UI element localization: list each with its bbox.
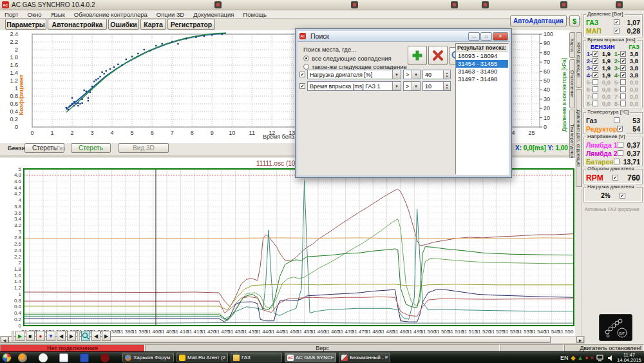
search-result-item[interactable]: 31454 - 31455 [456, 60, 508, 68]
fuel-switch-widget[interactable]: Б/Г [599, 314, 632, 341]
maximize-button[interactable]: □ [480, 32, 492, 41]
task-button-paint[interactable]: Безымянный - Р... [339, 353, 390, 362]
menu-item-4[interactable]: Обновление контроллера [70, 11, 152, 18]
volume-icon[interactable] [607, 355, 614, 362]
network-icon[interactable] [596, 355, 605, 362]
injector-gas-checkbox-1[interactable]: ✔ [620, 51, 626, 57]
chevron-down-icon[interactable]: ▼ [412, 82, 420, 90]
tray-icon-yellow[interactable]: ◆ [571, 355, 575, 361]
tray-icon-darkred[interactable]: × [591, 355, 594, 361]
autoadaptation-button[interactable]: АвтоАдаптация [510, 15, 567, 26]
injector-benzin-checkbox-6[interactable] [592, 86, 598, 92]
record-button[interactable]: ● [36, 331, 45, 341]
injector-gas-checkbox-2[interactable]: ✔ [620, 58, 626, 64]
pdvd-icon[interactable] [100, 353, 109, 362]
floppy-icon[interactable] [80, 353, 89, 362]
close-button[interactable]: × [493, 32, 508, 41]
voltage-checkbox-1[interactable] [618, 142, 623, 148]
injector-gas-checkbox-8[interactable] [620, 101, 626, 106]
condition-checkbox-2[interactable]: ✔ [299, 83, 305, 89]
scrollbar-track[interactable] [551, 337, 576, 343]
injector-benzin-checkbox-1[interactable]: ✔ [592, 51, 598, 57]
injector-benzin-checkbox-3[interactable]: ✔ [592, 65, 598, 71]
condition-value-spinner[interactable]: 10▲▼ [422, 81, 451, 91]
view-3d-button[interactable]: Вид 3D [118, 143, 169, 153]
rpm-checkbox[interactable]: ✔ [612, 175, 618, 181]
condition-operator-dropdown[interactable]: >▼ [403, 81, 421, 91]
vertical-tab-b-1[interactable]: RPM коррекция [576, 32, 582, 88]
injector-benzin-checkbox-2[interactable]: ✔ [592, 58, 598, 64]
menu-item-7[interactable]: Помощь [238, 11, 271, 18]
condition-operator-dropdown[interactable]: >▼ [403, 70, 421, 79]
tab-5[interactable]: Регистратор [167, 19, 215, 30]
menu-item-2[interactable]: Окно [23, 11, 46, 18]
scroll-left-button[interactable]: ◀ [1, 337, 8, 343]
injector-gas-checkbox-6[interactable] [620, 86, 626, 92]
oscilloscope-chart[interactable]: 00.20.40.60.811.21.41.61.822.22.42.62.83… [0, 158, 575, 344]
marker-down-button[interactable]: ▼ [46, 331, 55, 341]
injector-gas-checkbox-7[interactable] [620, 93, 626, 99]
zoom-button[interactable] [81, 331, 90, 341]
voltage-checkbox-2[interactable] [618, 150, 623, 156]
chevron-down-icon[interactable]: ▼ [412, 70, 420, 79]
minimize-button[interactable]: — [468, 32, 480, 41]
vertical-tab-a-1[interactable]: Карта [569, 32, 575, 58]
radio-all-matches[interactable] [303, 55, 309, 61]
menu-item-1[interactable]: Порт [0, 11, 23, 18]
add-condition-button[interactable] [408, 46, 427, 65]
injector-gas-checkbox-5[interactable] [620, 79, 626, 85]
injector-benzin-checkbox-4[interactable]: ✔ [592, 72, 598, 78]
vertical-tab-b-2[interactable]: Давления доп. коррекция [576, 89, 582, 187]
chevron-down-icon[interactable]: ▼ [392, 70, 401, 79]
chevron-down-icon[interactable]: ▼ [392, 82, 401, 90]
task-button-mail[interactable]: Mail.Ru Агент (2... [176, 353, 228, 362]
play-button[interactable]: ▶ [15, 331, 24, 341]
search-dialog-titlebar[interactable]: AC Поиск — □ × [298, 31, 509, 42]
search-result-item[interactable]: 31497 - 31498 [456, 75, 508, 83]
spinner-arrows-icon[interactable]: ▲▼ [443, 70, 450, 79]
condition-field-dropdown[interactable]: Время впрыска [ms] ГАЗ 1▼ [307, 81, 401, 91]
step-right-button[interactable]: ▶ [67, 331, 76, 341]
spinner-arrows-icon[interactable]: ▲▼ [443, 82, 450, 90]
injector-benzin-checkbox-8[interactable] [592, 101, 598, 106]
tab-3[interactable]: Ошибки [108, 19, 139, 30]
injector-benzin-checkbox-5[interactable] [592, 79, 598, 85]
erase-gas-button[interactable]: Стереть [71, 143, 111, 153]
tab-1[interactable]: Параметры [5, 19, 46, 30]
temperature-checkbox-2[interactable]: ✔ [617, 126, 623, 132]
wmp-icon[interactable] [18, 353, 27, 362]
search-result-item[interactable]: 31463 - 31490 [456, 68, 508, 75]
injector-gas-checkbox-3[interactable]: ✔ [620, 65, 626, 71]
temperature-checkbox-1[interactable] [614, 117, 620, 123]
currency-button[interactable]: $ [569, 15, 580, 26]
search-result-item[interactable]: 18093 - 18094 [456, 52, 508, 60]
tab-4[interactable]: Карта [140, 19, 166, 30]
menu-item-6[interactable]: Документация [189, 11, 238, 18]
menu-item-3[interactable]: Язык [46, 11, 70, 18]
stop-button[interactable]: ■ [26, 331, 35, 341]
injector-gas-checkbox-4[interactable]: ✔ [620, 72, 626, 78]
taskbar-clock[interactable]: 11:47 14.04.2015 [616, 353, 643, 363]
pan-right-button[interactable]: ▶ [102, 331, 111, 341]
language-indicator[interactable]: EN [560, 355, 569, 361]
pressure-checkbox-2[interactable]: ✔ [614, 28, 620, 34]
condition-value-spinner[interactable]: 40▲▼ [422, 70, 451, 79]
kies-icon[interactable] [39, 353, 48, 362]
menu-item-5[interactable]: Опции 3D [152, 11, 189, 18]
task-button-folder[interactable]: ГАЗ [231, 353, 282, 362]
pan-left-button[interactable]: ◀ [91, 331, 100, 341]
tray-icon-green[interactable]: ▲ [577, 355, 583, 361]
tray-icon-red[interactable]: ● [585, 355, 588, 361]
start-button[interactable] [2, 353, 12, 362]
task-button-ac[interactable]: ACAC GAS SYNCHRO [285, 353, 336, 362]
scroll-right-button[interactable]: ▶ [576, 337, 584, 343]
remove-condition-button[interactable] [428, 46, 448, 65]
condition-field-dropdown[interactable]: Нагрузка двигателя [%]▼ [307, 70, 401, 79]
condition-checkbox-1[interactable]: ✔ [299, 72, 305, 77]
injector-benzin-checkbox-7[interactable] [592, 93, 598, 99]
task-button-firefox[interactable]: Харьков Форум -... [122, 353, 174, 362]
vertical-tab-a-2[interactable]: Отклонение [569, 59, 575, 108]
notepad-icon[interactable] [59, 353, 68, 362]
pressure-checkbox-1[interactable]: ✔ [614, 19, 620, 25]
voltage-checkbox-3[interactable] [614, 159, 620, 164]
